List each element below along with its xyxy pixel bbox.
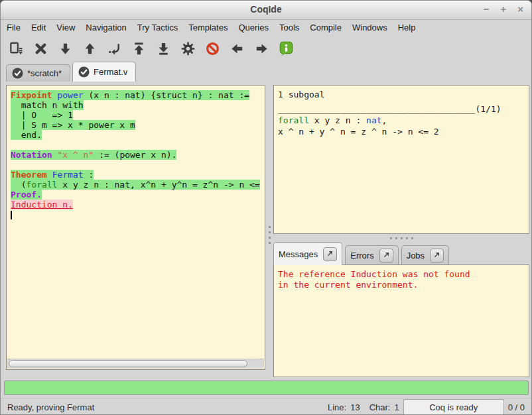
menu-bar: FileEditViewNavigationTry TacticsTemplat… [1,19,531,35]
go-to-cursor-button[interactable] [102,37,127,60]
code-segment: x y z n : nat, x^n + y^n = z^n -> n <= [57,180,259,190]
code-segment: := (power x n). [94,150,176,160]
close-icon [33,41,48,56]
next-icon [254,41,269,56]
detach-button[interactable] [379,249,393,263]
code-segment: power [57,90,83,100]
next-button[interactable] [249,37,274,60]
step-forward-button[interactable] [53,37,78,60]
goal-pane[interactable]: 1 subgoal_______________________________… [273,85,529,234]
go-to-start-icon [131,41,147,56]
code-segment: x y z n : [309,115,366,125]
code-line[interactable]: Notation "x ^ n" := (power x n). [11,150,264,160]
close-button[interactable]: × [517,3,523,15]
previous-button[interactable] [225,37,249,60]
menu-item-tools[interactable]: Tools [274,21,304,34]
menu-item-queries[interactable]: Queries [233,21,274,34]
check-icon [78,66,90,78]
about-button[interactable] [274,37,299,60]
code-segment: forall [26,180,57,190]
new-doc-icon [9,41,24,56]
tab-label: *scratch* [27,68,62,78]
line-value: 13 [350,402,360,412]
go-to-end-icon [156,41,171,56]
code-line[interactable]: | O => 1 [11,110,264,120]
line-text: Proof. [11,190,42,200]
line-text: | O => 1 [11,110,73,120]
code-segment: nat [366,115,381,125]
menu-item-help[interactable]: Help [393,21,421,34]
coqide-window: CoqIde − + × FileEditViewNavigationTry T… [0,0,532,415]
check-icon [12,68,23,79]
horizontal-splitter[interactable] [273,235,529,241]
line-text: Induction n. [11,200,73,209]
about-icon [279,41,294,56]
menu-item-view[interactable]: View [51,21,80,34]
code-segment: (x n : nat) {struct n} : nat := [84,90,249,100]
code-line[interactable] [11,140,264,150]
code-line[interactable] [11,160,264,170]
menu-item-navigation[interactable]: Navigation [80,21,131,34]
code-line[interactable]: Induction n. [11,200,264,209]
message-tab-bar: MessagesErrorsJobs [273,242,449,265]
tab-messages[interactable]: Messages [273,242,342,265]
tab-errors[interactable]: Errors [345,245,398,265]
menu-item-compile[interactable]: Compile [304,21,347,34]
code-line[interactable]: | S m => x * power x m [11,120,264,130]
code-segment: Fermat [52,170,84,180]
maximize-button[interactable]: + [500,3,506,15]
tab-fermat-v[interactable]: Fermat.v [72,62,136,82]
detach-button[interactable] [323,247,337,261]
code-line[interactable]: end. [11,130,264,140]
horizontal-scrollbar[interactable] [7,359,264,369]
line-text: end. [11,130,42,140]
fully-check-button[interactable] [176,37,200,60]
coq-status: Coq is ready [403,399,504,415]
code-segment: Fixpoint [11,90,52,100]
code-segment: (1/1) [475,104,501,114]
char-value: 1 [394,402,399,412]
code-segment: Induction n. [11,200,73,209]
go-to-start-button[interactable] [127,37,151,60]
menu-item-windows[interactable]: Windows [347,21,393,34]
code-line[interactable]: Theorem Fermat : [11,170,264,180]
detach-icon [326,249,334,259]
tab-jobs[interactable]: Jobs [401,245,449,265]
menu-item-file[interactable]: File [1,21,26,34]
goal-line: forall x y z n : nat, [278,115,525,126]
messages-pane[interactable]: The reference Induction was not foundin … [273,265,529,377]
vertical-splitter[interactable] [267,221,273,248]
line-text: | S m => x * power x m [11,120,135,130]
code-line[interactable]: (forall x y z n : nat, x^n + y^n = z^n -… [11,180,264,190]
progress-bar [4,381,529,395]
menu-item-edit[interactable]: Edit [26,21,51,34]
step-backward-button[interactable] [78,37,102,60]
detach-button[interactable] [430,249,444,263]
code-line[interactable]: Fixpoint power (x n : nat) {struct n} : … [11,90,264,100]
goal-line: x ^ n + y ^ n = z ^ n -> n <= 2 [278,126,525,137]
detach-icon [383,251,390,261]
minimize-button[interactable]: − [484,3,490,15]
code-line[interactable]: Proof. [11,190,264,200]
close-button[interactable] [29,37,53,60]
tab-scratch[interactable]: *scratch* [6,64,70,82]
scrollbar-thumb[interactable] [9,360,247,367]
code-segment: Theorem [11,170,47,180]
menu-item-try-tactics[interactable]: Try Tactics [132,21,183,34]
code-segment: , [382,115,387,125]
window-title: CoqIde [1,4,531,15]
char-label: Char: [369,402,391,412]
code-line[interactable]: match n with [11,100,264,110]
titlebar[interactable]: CoqIde − + × [1,1,531,20]
menu-item-templates[interactable]: Templates [183,21,233,34]
code-editor[interactable]: Fixpoint power (x n : nat) {struct n} : … [7,86,264,359]
code-line[interactable] [11,209,264,219]
code-segment: 1 subgoal [278,89,324,99]
go-to-end-button[interactable] [151,37,176,60]
interrupt-button[interactable] [200,37,225,60]
script-editor-pane[interactable]: Fixpoint power (x n : nat) {struct n} : … [6,85,265,370]
code-segment: "x ^ n" [57,150,94,160]
new-doc-button[interactable] [4,37,29,60]
code-segment: Proof. [11,190,42,200]
step-forward-icon [58,41,73,56]
